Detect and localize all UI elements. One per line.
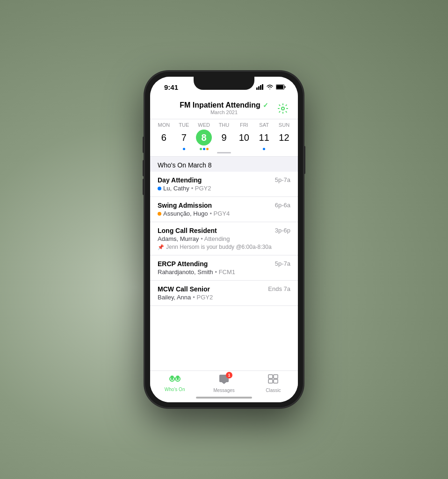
header-subtitle: March 2021 [173, 109, 275, 115]
schedule-item-swing[interactable]: Swing Admission 6p-6a Assunção, Hugo • P… [150, 197, 298, 222]
svg-rect-10 [171, 376, 173, 378]
gear-button[interactable] [275, 101, 290, 116]
person-detail-swing: • PGY4 [210, 210, 230, 217]
status-time: 9:41 [164, 83, 178, 91]
day-number-tue: 7 [176, 130, 192, 145]
day-dots-wed [200, 147, 209, 150]
binoculars-icon [169, 374, 181, 386]
schedule-list: Day Attending 5p-7a Lu, Cathy • PGY2 Swi… [150, 172, 298, 370]
svg-rect-14 [268, 375, 273, 378]
svg-rect-16 [268, 379, 273, 383]
schedule-item-ercp[interactable]: ERCP Attending 5p-7a Rahardjanoto, Smith… [150, 255, 298, 281]
notch [194, 77, 254, 90]
buddy-text: Jenn Hersom is your buddy @6:00a-8:30a [166, 244, 272, 250]
app-content: FM Inpatient Attending ✓ March 2021 [150, 97, 298, 402]
svg-rect-11 [176, 376, 179, 378]
dot-wed-1 [200, 148, 202, 150]
tab-whos-on[interactable]: Who's On [150, 374, 199, 393]
phone-device: 9:41 [145, 71, 303, 408]
day-mon[interactable]: MON 6 [154, 122, 173, 150]
day-name-sat: SAT [259, 122, 269, 128]
dot-swing [158, 212, 161, 216]
day-number-sat: 11 [256, 130, 272, 145]
person-name-swing: Assunção, Hugo [163, 210, 208, 217]
tab-label-messages: Messages [213, 388, 235, 393]
chevron-down-icon[interactable]: ✓ [263, 102, 268, 109]
person-name-long-call: Adams, Murray [158, 235, 199, 242]
time-mcw: Ends 7a [268, 285, 290, 292]
person-mcw: Bailey, Anna • PGY2 [158, 294, 290, 301]
svg-rect-0 [256, 87, 258, 90]
svg-rect-17 [274, 379, 278, 383]
person-name-mcw: Bailey, Anna [158, 294, 191, 301]
person-name-day-attending: Lu, Cathy [163, 185, 189, 192]
svg-point-12 [171, 378, 173, 380]
schedule-item-day-attending[interactable]: Day Attending 5p-7a Lu, Cathy • PGY2 [150, 172, 298, 197]
role-ercp: ERCP Attending [158, 260, 208, 268]
tab-messages[interactable]: 1 Messages [199, 374, 248, 393]
phone-screen: 9:41 [150, 77, 298, 402]
day-dots-sat [263, 147, 265, 150]
day-number-sun: 12 [276, 130, 292, 145]
wifi-icon [266, 84, 274, 90]
tab-label-whos-on: Who's On [165, 387, 185, 392]
person-ercp: Rahardjanoto, Smith • FCM1 [158, 269, 290, 276]
day-name-thu: THU [219, 122, 230, 128]
person-detail-day-attending: • PGY2 [191, 185, 211, 192]
scroll-indicator [150, 150, 298, 154]
section-header: Who's On March 8 [150, 157, 298, 172]
svg-rect-5 [285, 86, 286, 88]
day-sat[interactable]: SAT 11 [255, 122, 274, 150]
person-detail-mcw: • PGY2 [193, 294, 213, 301]
schedule-item-mcw[interactable]: MCW Call Senior Ends 7a Bailey, Anna • P… [150, 281, 298, 306]
svg-point-7 [282, 107, 284, 110]
day-number-mon: 6 [156, 130, 172, 145]
role-swing: Swing Admission [158, 202, 212, 209]
day-name-sun: SUN [279, 122, 289, 128]
dot-wed-3 [206, 148, 209, 150]
svg-rect-2 [260, 85, 261, 90]
schedule-item-long-call[interactable]: Long Call Resident 3p-6p Adams, Murray •… [150, 222, 298, 255]
role-mcw: MCW Call Senior [158, 285, 210, 293]
person-detail-long-call: • Attending [201, 235, 230, 242]
person-detail-ercp: • FCM1 [215, 269, 236, 276]
day-dots-tue [183, 147, 185, 150]
time-ercp: 5p-7a [275, 260, 290, 267]
person-long-call: Adams, Murray • Attending [158, 235, 290, 242]
calendar-week: MON 6 TUE 7 WED 8 [150, 119, 298, 157]
time-long-call: 3p-6p [275, 227, 290, 234]
buddy-long-call: 📌 Jenn Hersom is your buddy @6:00a-8:30a [158, 244, 290, 250]
time-day-attending: 5p-7a [275, 176, 290, 183]
time-swing: 6p-6a [275, 202, 290, 209]
person-day-attending: Lu, Cathy • PGY2 [158, 185, 290, 192]
day-sun[interactable]: SUN 12 [275, 122, 293, 150]
gear-icon [277, 103, 289, 114]
svg-rect-3 [262, 84, 263, 90]
app-header: FM Inpatient Attending ✓ March 2021 [150, 97, 298, 119]
svg-rect-1 [258, 87, 260, 90]
day-fri[interactable]: FRI 10 [235, 122, 253, 150]
day-name-mon: MON [158, 122, 170, 128]
tab-label-classic: Classic [266, 388, 281, 393]
role-long-call: Long Call Resident [158, 227, 217, 234]
signal-icon [256, 84, 264, 90]
day-name-wed: WED [198, 122, 210, 128]
role-day-attending: Day Attending [158, 176, 202, 184]
dot-sat-1 [263, 148, 265, 150]
svg-rect-6 [276, 85, 283, 89]
battery-icon [276, 84, 286, 90]
day-number-thu: 9 [216, 130, 232, 145]
day-name-fri: FRI [240, 122, 248, 128]
day-wed[interactable]: WED 8 [195, 122, 213, 150]
message-icon: 1 [218, 374, 230, 387]
schedule-title: FM Inpatient Attending [180, 101, 260, 109]
home-indicator [196, 397, 252, 399]
person-name-ercp: Rahardjanoto, Smith [158, 269, 213, 276]
day-thu[interactable]: THU 9 [215, 122, 233, 150]
day-tue[interactable]: TUE 7 [174, 122, 193, 150]
status-icons [256, 84, 286, 90]
dot-wed-2 [203, 148, 205, 150]
svg-rect-15 [274, 375, 278, 378]
scroll-line [217, 152, 231, 153]
tab-classic[interactable]: Classic [249, 374, 298, 393]
